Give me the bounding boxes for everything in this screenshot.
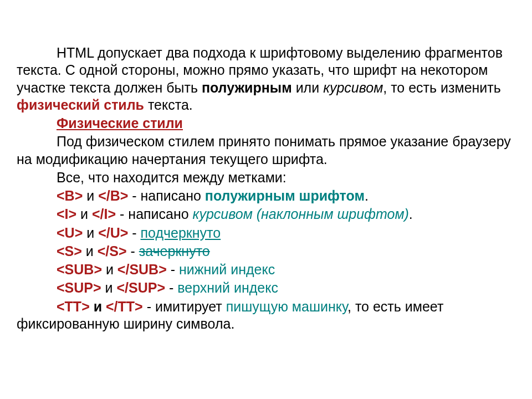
tag-u-close: </U>	[98, 225, 128, 241]
intro-text-2: или	[292, 80, 323, 95]
line-s-styled: зачеркнуто	[139, 243, 210, 259]
line-b-end: .	[365, 188, 369, 203]
line-u: <U> и </U> - подчеркнуто	[17, 224, 515, 242]
intro-bold: полужирным	[202, 80, 292, 95]
line-sub: <SUB> и </SUB> - нижний индекс	[17, 261, 515, 278]
tag-s-close: </S>	[98, 243, 127, 259]
tag-u-open: <U>	[57, 225, 83, 241]
line-tt-and: и	[90, 299, 106, 314]
tag-sup-close: </SUP>	[116, 280, 165, 295]
line-sup-mid: -	[165, 280, 177, 295]
line-i-mid: - написано	[116, 206, 193, 222]
tag-tt-close: </TT>	[106, 299, 143, 314]
line-b: <B> и </B> - написано полужирным шрифтом…	[17, 187, 515, 204]
section-heading: Физические стили	[57, 115, 183, 131]
line-tt-mid: - имитирует	[143, 299, 226, 314]
tag-sup-open: <SUP>	[57, 280, 101, 295]
intro-physical-style: физический стиль	[17, 97, 144, 112]
line-sub-mid: -	[167, 262, 179, 277]
intro-paragraph: HTML допускает два подхода к шрифтовому …	[17, 44, 515, 114]
line-tt: <TT> и </TT> - имитирует пишущую машинку…	[17, 298, 515, 333]
line-tt-styled: пишущую машинку	[226, 299, 347, 314]
line-sub-and: и	[102, 262, 117, 277]
intro-italic: курсивом	[323, 80, 383, 95]
line-s-mid: -	[127, 243, 139, 259]
line-s: <S> и </S> - зачеркнуто	[17, 243, 515, 260]
tag-i-open: <I>	[57, 206, 76, 222]
line-sub-styled: нижний индекс	[179, 262, 275, 277]
tag-sub-open: <SUB>	[57, 262, 102, 277]
tags-intro: Все, что находится между метками:	[17, 169, 515, 186]
tag-s-open: <S>	[57, 243, 82, 259]
definition-paragraph: Под физическом стилем принято понимать п…	[17, 133, 515, 168]
line-u-styled: подчеркнуто	[141, 225, 221, 241]
line-i: <I> и </I> - написано курсивом (наклонны…	[17, 206, 515, 223]
line-s-and: и	[82, 243, 98, 259]
tag-b-open: <B>	[57, 188, 83, 203]
line-u-and: и	[83, 225, 98, 241]
slide-content: HTML допускает два подхода к шрифтовому …	[0, 0, 532, 345]
tag-i-close: </I>	[92, 206, 116, 222]
intro-text-4: текста.	[144, 97, 193, 112]
line-b-styled: полужирным шрифтом	[205, 188, 365, 203]
line-sup-styled: верхний индекс	[177, 280, 278, 295]
line-i-and: и	[76, 206, 92, 222]
line-i-styled: курсивом (наклонным шрифтом)	[193, 206, 409, 222]
tag-b-close: </B>	[98, 188, 128, 203]
section-heading-line: Физические стили	[17, 115, 515, 132]
line-sup: <SUP> и </SUP> - верхний индекс	[17, 279, 515, 296]
line-b-mid: - написано	[128, 188, 205, 203]
line-u-mid: -	[128, 225, 140, 241]
line-b-and: и	[83, 188, 98, 203]
line-i-end: .	[409, 206, 413, 222]
line-sup-and: и	[101, 280, 117, 295]
tag-sub-close: </SUB>	[117, 262, 167, 277]
tag-tt-open: <TT>	[57, 299, 90, 314]
intro-text-3: , то есть изменить	[383, 80, 501, 95]
